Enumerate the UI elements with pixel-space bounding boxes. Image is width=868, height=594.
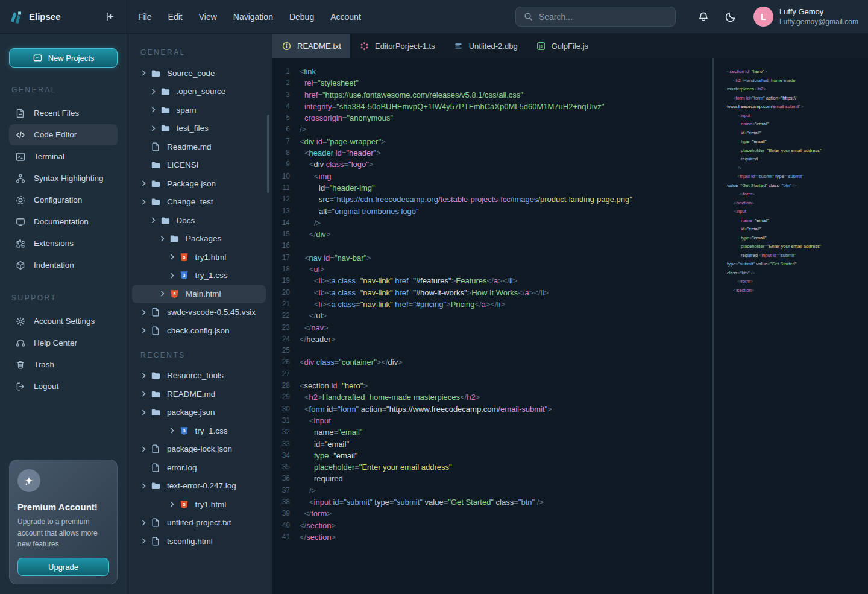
user-profile[interactable]: L Luffy Gemoy Luffy.gemoy@gmail.com xyxy=(753,7,858,27)
sidebar-item-account-settings[interactable]: Account Settings xyxy=(9,311,118,332)
menu-item-view[interactable]: View xyxy=(199,12,217,22)
sidebar-item-label: Code Editor xyxy=(34,130,77,139)
tree-item-swdc-vscode-0-5-45-vsix[interactable]: swdc-vscode-0.5.45.vsix xyxy=(132,303,266,322)
headset-icon xyxy=(15,338,26,349)
tree-item-label: try1.html xyxy=(195,253,227,262)
code-editor-icon xyxy=(15,130,26,141)
search-input[interactable] xyxy=(539,12,659,22)
line-number: 29 xyxy=(272,391,290,403)
minimap-line: </section> xyxy=(727,286,864,295)
tree-item-error-log[interactable]: error.log xyxy=(132,458,266,477)
syntax-highlighting-icon xyxy=(15,173,26,184)
chevron-right-icon xyxy=(139,481,149,491)
sidebar-item-terminal[interactable]: Terminal xyxy=(9,146,118,167)
tree-item-packages[interactable]: Packages xyxy=(132,230,266,248)
sidebar-item-help-center[interactable]: Help Center xyxy=(9,332,118,353)
tree-item-label: text-error-0.247.log xyxy=(167,481,236,490)
sidebar-item-label: Help Center xyxy=(34,338,77,347)
tree-item-docs[interactable]: Docs xyxy=(132,211,266,230)
sidebar-item-extensions[interactable]: Extensions xyxy=(9,233,118,254)
sidebar-item-recent-files[interactable]: Recent Files xyxy=(9,103,118,124)
tree-item-main-html[interactable]: 5Main.html xyxy=(132,285,266,303)
line-number: 18 xyxy=(272,264,290,275)
line-number: 5 xyxy=(272,112,290,124)
tab-gulpfile-js[interactable]: jsGulpFile.js xyxy=(527,34,597,58)
tree-item-check-config-json[interactable]: check.config.json xyxy=(132,321,266,340)
tree-item-tsconfig-html[interactable]: tsconfig.html xyxy=(132,532,266,551)
line-number: 41 xyxy=(272,531,290,543)
tree-item-try-1-css[interactable]: 3try_1.css xyxy=(132,422,266,440)
sidebar-item-label: Extensions xyxy=(34,239,74,248)
sidebar-item-documentation[interactable]: Documentation xyxy=(9,211,118,232)
code-line: 30<form id="form" action="https://www.fr… xyxy=(272,403,712,415)
tree-item-spam[interactable]: spam xyxy=(132,101,266,119)
tree-item-label: Packages xyxy=(186,234,221,243)
tree-item-text-error-0-247-log[interactable]: text-error-0.247.log xyxy=(132,477,266,496)
chevron-right-icon xyxy=(158,289,168,299)
sidebar-item-syntax-highlighting[interactable]: Syntax Highlighting xyxy=(9,168,118,189)
tree-item-resuorce-tools[interactable]: Resuorce_tools xyxy=(132,367,266,385)
sidebar-item-configuration[interactable]: Configuration xyxy=(9,189,118,210)
line-number: 25 xyxy=(272,345,290,356)
line-number: 22 xyxy=(272,310,290,321)
html-icon: 5 xyxy=(169,289,180,299)
tree-item-label: README.md xyxy=(167,390,215,399)
tab-untlited-2-dbg[interactable]: Untlited-2.dbg xyxy=(444,34,527,58)
tree-item-try-1-css[interactable]: 3try_1.css xyxy=(132,267,266,285)
tree-item-package-json[interactable]: package.json xyxy=(132,403,266,422)
minimap-line: <form id="form" action="https:// xyxy=(727,94,864,103)
new-projects-button[interactable]: New Projects xyxy=(9,48,118,68)
tree-item-readme-md[interactable]: README.md xyxy=(132,385,266,403)
tree-item-try1-html[interactable]: 5try1.html xyxy=(132,495,266,514)
line-number: 37 xyxy=(272,485,290,496)
tree-item-package-json[interactable]: Package.json xyxy=(132,174,266,193)
menu-item-file[interactable]: File xyxy=(138,12,152,22)
tree-item-change-test[interactable]: Change_test xyxy=(132,193,266,212)
search-box[interactable] xyxy=(515,7,676,27)
collapse-sidebar-icon[interactable] xyxy=(101,9,117,25)
line-number: 39 xyxy=(272,508,290,519)
menu-item-edit[interactable]: Edit xyxy=(168,12,183,22)
code-line: 10<img xyxy=(272,171,712,182)
code-line: 12src="https://cdn.freecodecamp.org/test… xyxy=(272,194,712,205)
tree-item-licensi[interactable]: LICENSI xyxy=(132,156,266,175)
sidebar-item-logout[interactable]: Logout xyxy=(9,376,118,397)
sidebar-item-label: Terminal xyxy=(34,152,64,161)
code-line: 28<section id="hero"> xyxy=(272,380,712,391)
indentation-icon xyxy=(15,260,26,271)
user-name: Luffy Gemoy xyxy=(779,7,858,16)
sidebar-item-indentation[interactable]: Indentation xyxy=(9,254,118,276)
tree-item-untlited-project-txt[interactable]: untlited-project.txt xyxy=(132,514,266,532)
sidebar-item-code-editor[interactable]: Code Editor xyxy=(9,124,118,145)
notifications-bell-icon[interactable] xyxy=(696,9,711,25)
tree-item-readme-md[interactable]: Readme.md xyxy=(132,137,266,156)
tree-item-label: Main.html xyxy=(186,289,221,299)
dark-mode-moon-icon[interactable] xyxy=(723,9,738,25)
sidebar-item-trash[interactable]: Trash xyxy=(9,354,118,375)
sidebar-item-label: Configuration xyxy=(34,195,82,204)
minimap[interactable]: <section id="hero"><h2>Handcrafted, home… xyxy=(712,58,868,594)
file-explorer: GENERALSource_code.open_sourcespamtest_f… xyxy=(127,34,272,594)
chevron-right-icon xyxy=(139,68,149,78)
minimap-line: required <input id="submit" xyxy=(727,251,864,261)
menu-item-debug[interactable]: Debug xyxy=(289,12,314,22)
upgrade-button[interactable]: Upgrade xyxy=(17,558,109,576)
tree-item-test-files[interactable]: test_files xyxy=(132,119,266,138)
tree-item-package-lock-json[interactable]: package-lock.json xyxy=(132,440,266,459)
tab-readme-txt[interactable]: README.txt xyxy=(272,34,350,58)
minimap-line: id="email" xyxy=(727,129,864,138)
code-line: 26<div class="container"></div> xyxy=(272,356,712,368)
minimap-line: <input xyxy=(727,112,864,121)
tab-editorporject-1-ts[interactable]: EditorPorject-1.ts xyxy=(350,34,444,58)
svg-text:5: 5 xyxy=(183,254,185,259)
tree-item-try1-html[interactable]: 5try1.html xyxy=(132,248,266,267)
tree-item-label: try_1.css xyxy=(195,271,228,280)
folder-icon xyxy=(160,105,171,115)
code-editor-surface[interactable]: 1<link2rel="stylesheet"3href="https://us… xyxy=(272,58,712,594)
menu-item-navigation[interactable]: Navigation xyxy=(233,12,273,22)
file-explorer-scrollbar[interactable] xyxy=(267,115,269,193)
tree-item-open-source[interactable]: .open_source xyxy=(132,83,266,101)
menu-item-account[interactable]: Account xyxy=(330,12,361,22)
line-number: 19 xyxy=(272,275,290,286)
tree-item-source-code[interactable]: Source_code xyxy=(132,64,266,83)
